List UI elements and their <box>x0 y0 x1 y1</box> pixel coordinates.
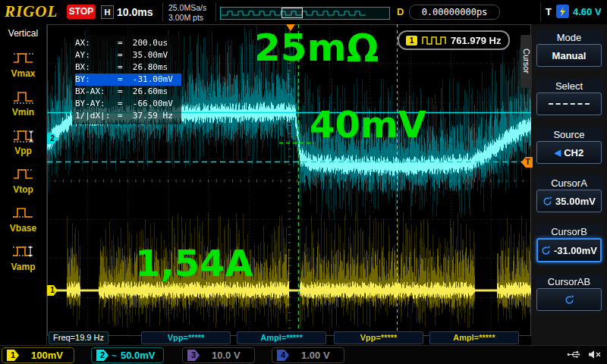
channel4-tag: 4 <box>277 350 289 361</box>
divider <box>215 2 216 22</box>
system-icons <box>567 350 601 359</box>
coupling-indicator: ~ <box>112 350 118 361</box>
arrow-left-icon: ◀ <box>555 148 561 158</box>
channel4-status[interactable]: 4 1.00 V <box>272 347 344 363</box>
sidebar-item-vmin[interactable]: Vmin <box>12 89 34 118</box>
cursor-name: BY: <box>75 74 118 86</box>
mode-value-box[interactable]: Manual <box>536 44 602 67</box>
rotate-knob-icon <box>541 246 551 256</box>
channel1-scale: 100mV <box>31 350 63 361</box>
menu-item-source[interactable]: Source ◀ CH2 <box>535 127 603 166</box>
measurement-vpp-ch2[interactable]: Vpp=***** <box>141 331 231 344</box>
cursor-measurement-panel: AX:= 200.0us AY:= 35.00mV BX:= 26.80ms B… <box>72 35 181 124</box>
cursor-row-by: BY:= -31.00mV <box>75 74 181 86</box>
vamp-icon <box>12 243 33 260</box>
cursor-value: = 200.0us <box>118 37 168 49</box>
run-stop-status: STOP <box>67 5 96 19</box>
counter-value: 761.979 Hz <box>451 35 502 46</box>
brand-logo: RIGOL <box>5 2 58 21</box>
frequency-counter: 1 761.979 Hz <box>398 30 510 50</box>
menu-item-select[interactable]: Select <box>535 79 603 118</box>
cursor-menu-tab[interactable]: Cursor <box>521 35 532 88</box>
rotate-knob-icon <box>543 196 552 206</box>
sidebar-title: Vertical <box>8 28 38 39</box>
cursor-name: AX: <box>75 37 118 49</box>
sidebar-item-vamp[interactable]: Vamp <box>11 243 35 272</box>
cursor-value: = 37.59 Hz <box>118 110 173 122</box>
sidebar-item-label: Vmin <box>12 107 34 118</box>
cursor-b-value-box[interactable]: -31.00mV <box>536 238 602 262</box>
sidebar-item-vtop[interactable]: Vtop <box>13 166 34 195</box>
menu-value: Manual <box>552 50 587 61</box>
vpp-icon <box>13 127 34 144</box>
cursor-name: 1/|dX|: <box>75 110 118 122</box>
oscilloscope-ui: RIGOL STOP H 10.0ms 25.0MSa/s 3.00M pts … <box>0 0 607 364</box>
channel1-tag: 1 <box>7 350 19 361</box>
source-value-box[interactable]: ◀ CH2 <box>536 141 602 164</box>
menu-label: CursorA <box>536 177 602 190</box>
counter-channel-badge: 1 <box>406 36 417 46</box>
sample-rate: 25.0MSa/s <box>168 3 206 12</box>
sidebar-item-vpp[interactable]: Vpp <box>13 127 34 156</box>
cursor-value: = -66.00mV <box>118 98 173 110</box>
divider <box>162 2 163 22</box>
vertical-measure-sidebar: Vertical Vmax Vmin Vpp <box>0 24 47 345</box>
cursor-row-bxax: BX-AX:= 26.60ms <box>75 86 181 98</box>
memory-depth: 3.00M pts <box>168 13 203 22</box>
menu-item-mode[interactable]: Mode Manual <box>535 30 603 69</box>
menu-value: -31.00mV <box>554 245 597 256</box>
trigger-label: T <box>546 6 552 17</box>
rotate-knob-icon <box>565 295 574 305</box>
waveform-preview-bar <box>220 7 390 20</box>
channel3-tag: 3 <box>187 350 200 361</box>
measurement-ampl-ch1[interactable]: Ampl=***** <box>429 331 519 344</box>
channel2-scale: 50.0mV <box>121 350 156 361</box>
annotation-voltage: 40mV <box>310 106 426 143</box>
measurement-ampl-ch2[interactable]: Ampl=***** <box>237 331 326 344</box>
hardware-freq-readout: Freq=19.9 Hz <box>49 331 109 344</box>
delay-readout: 0.00000000ps <box>409 5 500 20</box>
cursor-a-value-box[interactable]: 35.00mV <box>536 190 602 212</box>
timebase-readout: 10.0ms <box>117 6 153 18</box>
vbase-icon <box>12 205 33 221</box>
menu-label: Source <box>536 128 602 141</box>
vtop-icon <box>13 166 34 183</box>
sidebar-item-vbase[interactable]: Vbase <box>10 205 36 234</box>
cursor-row-ax: AX:= 200.0us <box>75 37 181 49</box>
menu-label: Mode <box>536 31 602 44</box>
channel1-status[interactable]: 1 100mV <box>2 347 74 363</box>
annotation-current: 1,54A <box>135 245 253 281</box>
channel2-status[interactable]: 2 ~ 50.0mV <box>91 347 164 363</box>
sidebar-item-vmax[interactable]: Vmax <box>11 50 35 79</box>
annotation-resistance: 25mΩ <box>254 29 379 67</box>
menu-item-cursor-a[interactable]: CursorA 35.00mV <box>535 176 603 215</box>
cursor-value: = 26.60ms <box>118 86 168 98</box>
top-status-bar: RIGOL STOP H 10.0ms 25.0MSa/s 3.00M pts … <box>0 0 607 25</box>
menu-item-cursor-b[interactable]: CursorB -31.00mV <box>535 224 603 265</box>
menu-label: CursorB <box>536 225 602 238</box>
cursor-row-freq: 1/|dX|:= 37.59 Hz <box>75 110 181 122</box>
cursor-value: = -31.00mV <box>118 74 173 86</box>
cursor-ab-value-box[interactable] <box>536 288 602 311</box>
vmax-icon <box>13 50 34 67</box>
menu-value: 35.00mV <box>555 196 596 207</box>
channel4-scale: 1.00 V <box>301 350 330 361</box>
preview-waveform-icon <box>221 8 388 18</box>
menu-label: Select <box>536 80 602 93</box>
sidebar-item-label: Vmax <box>11 68 35 79</box>
channel3-status[interactable]: 3 10.0 V <box>182 347 255 363</box>
channel2-tag: 2 <box>96 350 109 361</box>
menu-value: CH2 <box>564 147 583 158</box>
select-value-box[interactable] <box>536 93 602 115</box>
trigger-slope-icon <box>556 5 569 18</box>
cursor-name: BX: <box>75 61 118 74</box>
horizontal-label: H <box>101 5 114 19</box>
measurement-vpp-ch1[interactable]: Vpp=***** <box>334 331 423 344</box>
channel3-scale: 10.0 V <box>212 350 241 361</box>
menu-label: CursorAB <box>536 275 602 288</box>
sidebar-item-label: Vamp <box>11 262 35 272</box>
channel-status-bar: 1 100mV 2 ~ 50.0mV 3 10.0 V 4 1.00 V <box>0 345 607 364</box>
cursor-value: = 35.00mV <box>118 49 168 61</box>
cursor-row-byay: BY-AY:= -66.00mV <box>75 98 181 110</box>
menu-item-cursor-ab[interactable]: CursorAB <box>535 275 603 313</box>
